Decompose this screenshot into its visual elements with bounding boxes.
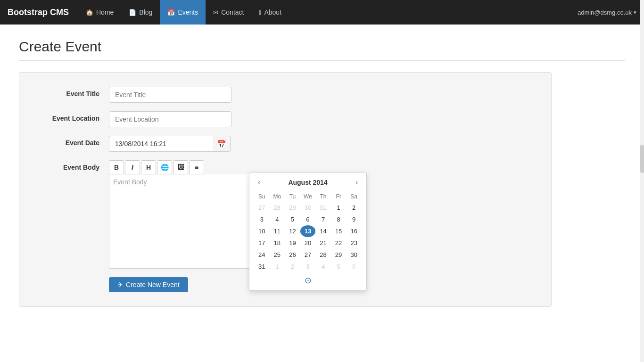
event-date-input[interactable] — [109, 136, 213, 152]
calendar-day-cell[interactable]: 28 — [315, 249, 331, 261]
calendar-day-cell[interactable]: 30 — [346, 249, 362, 261]
user-menu[interactable]: admin@dsmg.co.uk ▾ — [578, 9, 636, 16]
calendar-day-cell[interactable]: 6 — [346, 261, 362, 272]
calendar-day-cell[interactable]: 2 — [285, 261, 300, 272]
calendar-day-cell[interactable]: 25 — [270, 249, 285, 261]
calendar-day-cell[interactable]: 27 — [254, 202, 270, 214]
calendar-day-cell[interactable]: 16 — [346, 225, 362, 237]
calendar-prev-button[interactable]: ‹ — [254, 177, 264, 188]
contact-icon: ✉ — [213, 9, 218, 16]
calendar-day-cell[interactable]: 31 — [315, 202, 331, 214]
calendar-day-cell[interactable]: 5 — [331, 261, 347, 272]
calendar-day-header: Sa — [346, 191, 362, 202]
calendar-day-cell[interactable]: 1 — [331, 202, 347, 214]
calendar-day-cell[interactable]: 1 — [270, 261, 285, 272]
calendar-week-row: 31123456 — [254, 261, 362, 272]
calendar-day-cell[interactable]: 29 — [285, 202, 300, 214]
nav-home-label: Home — [96, 8, 114, 16]
calendar-day-cell[interactable]: 6 — [300, 214, 316, 225]
calendar-week-row: 24252627282930 — [254, 249, 362, 261]
calendar-day-cell[interactable]: 3 — [254, 214, 270, 225]
nav-events-label: Events — [178, 8, 198, 16]
image-button[interactable]: 🖼 — [173, 160, 188, 174]
nav-blog[interactable]: 📄 Blog — [121, 0, 160, 25]
calendar-day-cell[interactable]: 23 — [346, 237, 362, 249]
calendar-icon: 📅 — [217, 140, 226, 148]
calendar-day-cell[interactable]: 22 — [331, 237, 347, 249]
nav-contact[interactable]: ✉ Contact — [206, 0, 251, 25]
blog-icon: 📄 — [129, 9, 136, 16]
calendar-days-header: SuMoTuWeThFrSa — [254, 191, 362, 202]
calendar-grid: SuMoTuWeThFrSa 2728293031123456789101112… — [254, 191, 362, 272]
calendar-day-cell[interactable]: 14 — [315, 225, 331, 237]
calendar-day-cell[interactable]: 9 — [346, 214, 362, 225]
calendar-day-cell[interactable]: 28 — [270, 202, 285, 214]
calendar-day-header: Tu — [285, 191, 300, 202]
calendar-day-cell[interactable]: 4 — [315, 261, 331, 272]
calendar-day-cell[interactable]: 27 — [300, 249, 316, 261]
calendar-day-header: Fr — [331, 191, 347, 202]
calendar-week-row: 10111213141516 — [254, 225, 362, 237]
calendar-day-cell[interactable]: 19 — [285, 237, 300, 249]
calendar-day-header: We — [300, 191, 316, 202]
user-email: admin@dsmg.co.uk — [578, 9, 632, 16]
italic-button[interactable]: I — [125, 160, 140, 174]
nav-contact-label: Contact — [221, 8, 244, 16]
calendar-day-cell[interactable]: 31 — [254, 261, 270, 272]
create-event-button[interactable]: ✈ Create New Event — [109, 277, 188, 292]
calendar-day-cell[interactable]: 18 — [270, 237, 285, 249]
calendar-day-cell[interactable]: 21 — [315, 237, 331, 249]
calendar-day-cell[interactable]: 29 — [331, 249, 347, 261]
nav-about-label: About — [264, 8, 281, 16]
calendar-day-cell[interactable]: 17 — [254, 237, 270, 249]
rocket-icon: ✈ — [117, 281, 123, 288]
calendar-week-row: 272829303112 — [254, 202, 362, 214]
calendar-day-cell[interactable]: 10 — [254, 225, 270, 237]
calendar-day-cell[interactable]: 3 — [300, 261, 316, 272]
calendar-day-cell[interactable]: 7 — [315, 214, 331, 225]
home-icon: 🏠 — [86, 9, 93, 16]
event-location-label: Event Location — [29, 111, 109, 122]
scrollbar-thumb[interactable] — [640, 145, 644, 173]
brand[interactable]: Bootstrap CMS — [8, 8, 69, 17]
calendar-week-row: 3456789 — [254, 214, 362, 225]
nav-home[interactable]: 🏠 Home — [78, 0, 121, 25]
event-location-group: Event Location — [29, 111, 542, 127]
calendar-day-cell[interactable]: 26 — [285, 249, 300, 261]
event-title-input[interactable] — [109, 87, 231, 103]
calendar-day-cell[interactable]: 15 — [331, 225, 347, 237]
calendar-day-cell[interactable]: 8 — [331, 214, 347, 225]
dropdown-arrow-icon: ▾ — [634, 9, 636, 16]
calendar-day-cell[interactable]: 20 — [300, 237, 316, 249]
calendar-day-cell[interactable]: 13 — [300, 225, 316, 237]
calendar-day-cell[interactable]: 12 — [285, 225, 300, 237]
date-input-group: 📅 — [109, 136, 231, 152]
list-button[interactable]: ≡ — [189, 160, 204, 174]
link-button[interactable]: 🌐 — [157, 160, 172, 174]
page-title: Create Event — [19, 39, 625, 55]
scrollbar-track — [640, 0, 644, 321]
calendar-day-header: Th — [315, 191, 331, 202]
calendar-day-cell[interactable]: 2 — [346, 202, 362, 214]
calendar-day-cell[interactable]: 4 — [270, 214, 285, 225]
event-location-input[interactable] — [109, 111, 231, 127]
nav-blog-label: Blog — [139, 8, 152, 16]
calendar-footer[interactable]: ⊙ — [254, 275, 362, 286]
events-icon: 📅 — [167, 9, 175, 16]
heading-button[interactable]: H — [141, 160, 156, 174]
event-title-label: Event Title — [29, 87, 109, 98]
calendar-day-cell[interactable]: 11 — [270, 225, 285, 237]
calendar-week-row: 17181920212223 — [254, 237, 362, 249]
nav-about[interactable]: ℹ About — [251, 0, 289, 25]
event-title-group: Event Title — [29, 87, 542, 103]
nav-items: 🏠 Home 📄 Blog 📅 Events ✉ Contact ℹ About — [78, 0, 578, 25]
bold-button[interactable]: B — [109, 160, 124, 174]
calendar-day-cell[interactable]: 5 — [285, 214, 300, 225]
calendar-toggle-button[interactable]: 📅 — [213, 136, 231, 152]
calendar-day-cell[interactable]: 30 — [300, 202, 316, 214]
calendar-header: ‹ August 2014 › — [254, 177, 362, 188]
nav-events[interactable]: 📅 Events — [160, 0, 206, 25]
calendar-day-cell[interactable]: 24 — [254, 249, 270, 261]
calendar-next-button[interactable]: › — [352, 177, 362, 188]
calendar-month-label: August 2014 — [288, 179, 327, 186]
